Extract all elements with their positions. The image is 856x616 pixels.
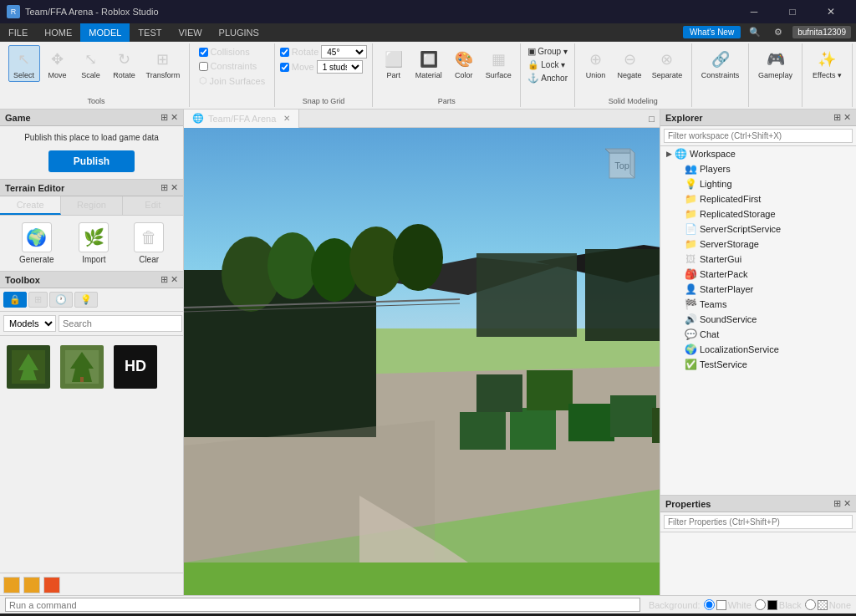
menu-model[interactable]: MODEL bbox=[80, 23, 130, 42]
surface-button[interactable]: ▦ Surface bbox=[482, 45, 516, 82]
menu-plugins[interactable]: PLUGINS bbox=[211, 23, 268, 42]
tree-item-replicated-first[interactable]: 📁 ReplicatedFirst bbox=[660, 191, 856, 206]
constraints-check[interactable]: Constraints bbox=[195, 59, 270, 73]
tree-item-server-storage[interactable]: 📁 ServerStorage bbox=[660, 237, 856, 252]
toolbox-color-item-1[interactable] bbox=[23, 577, 40, 593]
material-button[interactable]: 🔲 Material bbox=[411, 45, 446, 82]
collisions-check[interactable]: Collisions bbox=[195, 45, 270, 59]
viewport-tab-close[interactable]: ✕ bbox=[283, 114, 290, 123]
scale-button[interactable]: ⤡ Scale bbox=[75, 45, 107, 82]
toolbox-color-item-2[interactable] bbox=[43, 577, 60, 593]
lock-btn[interactable]: 🔒 Lock ▾ bbox=[526, 59, 569, 71]
terrain-clear[interactable]: 🗑 Clear bbox=[134, 222, 164, 264]
terrain-tab-edit[interactable]: Edit bbox=[123, 196, 183, 215]
terrain-import[interactable]: 🌿 Import bbox=[79, 222, 109, 264]
tree-item-replicated-storage[interactable]: 📁 ReplicatedStorage bbox=[660, 206, 856, 221]
bg-white-radio[interactable] bbox=[704, 599, 715, 610]
terrain-panel-float[interactable]: ⊞ bbox=[160, 182, 168, 193]
tree-item-sound-service[interactable]: 🔊 SoundService bbox=[660, 312, 856, 327]
toolbox-nav-inventory[interactable]: 🔒 bbox=[3, 292, 27, 308]
bg-black-option[interactable]: Black bbox=[755, 599, 802, 610]
bg-white-option[interactable]: White bbox=[704, 599, 752, 610]
terrain-panel-close[interactable]: ✕ bbox=[171, 182, 178, 193]
constraints2-button[interactable]: 🔗 Constraints bbox=[697, 45, 744, 82]
properties-search-input[interactable] bbox=[664, 515, 853, 529]
constraints-checkbox[interactable] bbox=[199, 62, 208, 71]
toolbox-item-2[interactable]: HD bbox=[110, 339, 160, 394]
terrain-generate[interactable]: 🌍 Generate bbox=[19, 222, 54, 264]
menu-file[interactable]: FILE bbox=[0, 23, 36, 42]
transform-button[interactable]: ⊞ Transform bbox=[142, 45, 185, 82]
tree-item-test-service[interactable]: ✅ TestService bbox=[660, 357, 856, 372]
tree-item-workspace[interactable]: ▶ 🌐 Workspace bbox=[660, 146, 856, 161]
collisions-checkbox[interactable] bbox=[199, 48, 208, 57]
viewport-canvas[interactable]: Top bbox=[184, 128, 660, 595]
tree-item-starter-player[interactable]: 👤 StarterPlayer bbox=[660, 282, 856, 297]
explorer-close[interactable]: ✕ bbox=[843, 112, 851, 123]
bg-none-radio[interactable] bbox=[805, 599, 816, 610]
join-surfaces-btn[interactable]: ⬡ Join Surfaces bbox=[195, 74, 270, 88]
toolbox-nav-favorites[interactable]: 💡 bbox=[74, 292, 98, 308]
command-input[interactable] bbox=[5, 598, 640, 612]
properties-title: Properties bbox=[665, 499, 711, 509]
toolbox-color-item-0[interactable] bbox=[3, 577, 20, 593]
toolbox-item-0[interactable] bbox=[3, 339, 54, 394]
toolbox-category-select[interactable]: Models Plugins Audio Images bbox=[3, 315, 56, 332]
rotate-snap-checkbox[interactable] bbox=[280, 48, 289, 57]
bg-black-radio[interactable] bbox=[755, 599, 766, 610]
tree-item-server-script-service[interactable]: 📄 ServerScriptService bbox=[660, 221, 856, 237]
tree-item-lighting[interactable]: 💡 Lighting bbox=[660, 176, 856, 191]
toolbox-float[interactable]: ⊞ bbox=[160, 274, 168, 285]
color-button[interactable]: 🎨 Color bbox=[448, 45, 480, 82]
viewport-maximize[interactable]: □ bbox=[644, 112, 660, 125]
terrain-tab-create[interactable]: Create bbox=[0, 196, 61, 215]
union-button[interactable]: ⊕ Union bbox=[580, 45, 612, 82]
menu-view[interactable]: VIEW bbox=[170, 23, 210, 42]
anchor-btn[interactable]: ⚓ Anchor bbox=[526, 72, 569, 84]
viewport-tab[interactable]: 🌐 Team/FFA Arena ✕ bbox=[184, 109, 299, 128]
rotate-snap-select[interactable]: 45°90°15° bbox=[321, 45, 367, 59]
game-panel-float[interactable]: ⊞ bbox=[160, 112, 168, 123]
tree-item-chat[interactable]: 💬 Chat bbox=[660, 327, 856, 342]
tree-item-teams[interactable]: 🏁 Teams bbox=[660, 297, 856, 312]
separate-button[interactable]: ⊗ Separate bbox=[648, 45, 687, 82]
toolbox-nav-recent[interactable]: 🕐 bbox=[49, 292, 73, 308]
move-snap-checkbox[interactable] bbox=[280, 63, 289, 72]
maximize-button[interactable]: □ bbox=[774, 0, 811, 23]
toolbox-close[interactable]: ✕ bbox=[171, 274, 178, 285]
tree-item-localization-service[interactable]: 🌍 LocalizationService bbox=[660, 342, 856, 357]
lock-icon: 🔒 bbox=[527, 59, 539, 70]
close-button[interactable]: ✕ bbox=[813, 0, 849, 23]
settings-ribbon-button[interactable]: ⚙ bbox=[769, 23, 787, 42]
group-btn[interactable]: ▣ Group ▾ bbox=[526, 45, 569, 58]
explorer-float[interactable]: ⊞ bbox=[833, 112, 841, 123]
negate-button[interactable]: ⊖ Negate bbox=[614, 45, 646, 82]
properties-close[interactable]: ✕ bbox=[843, 498, 851, 509]
toolbox-search-input[interactable] bbox=[59, 315, 182, 332]
toolbox-nav-marketplace[interactable]: ⊞ bbox=[28, 292, 48, 308]
whats-new-button[interactable]: What's New bbox=[683, 26, 741, 38]
game-panel-close[interactable]: ✕ bbox=[171, 112, 178, 123]
move-button[interactable]: ✥ Move bbox=[42, 45, 74, 82]
publish-button[interactable]: Publish bbox=[48, 150, 135, 172]
properties-float[interactable]: ⊞ bbox=[833, 498, 841, 509]
nav-cube[interactable]: Top bbox=[601, 145, 643, 186]
menu-home[interactable]: HOME bbox=[36, 23, 80, 42]
move-snap-select[interactable]: 1 studs0.5 studs2 studs bbox=[317, 60, 363, 74]
menu-test[interactable]: TEST bbox=[130, 23, 170, 42]
tree-item-players[interactable]: 👥 Players bbox=[660, 161, 856, 176]
toolbox-item-1[interactable] bbox=[57, 339, 107, 394]
gameplay-button[interactable]: 🎮 Gameplay bbox=[754, 45, 797, 82]
select-button[interactable]: ↖ Select bbox=[8, 45, 40, 82]
tree-item-starter-pack[interactable]: 🎒 StarterPack bbox=[660, 267, 856, 282]
rotate-button[interactable]: ↻ Rotate bbox=[109, 45, 140, 82]
part-button[interactable]: ⬜ Part bbox=[378, 45, 410, 82]
tree-item-starter-gui[interactable]: 🖼 StarterGui bbox=[660, 252, 856, 267]
effects-button[interactable]: ✨ Effects ▾ bbox=[808, 45, 846, 82]
surface-icon: ▦ bbox=[487, 48, 510, 71]
search-ribbon-button[interactable]: 🔍 bbox=[746, 23, 764, 42]
minimize-button[interactable]: ─ bbox=[736, 0, 772, 23]
bg-none-option[interactable]: None bbox=[805, 599, 851, 610]
terrain-tab-region[interactable]: Region bbox=[61, 196, 122, 215]
explorer-search-input[interactable] bbox=[664, 129, 853, 143]
